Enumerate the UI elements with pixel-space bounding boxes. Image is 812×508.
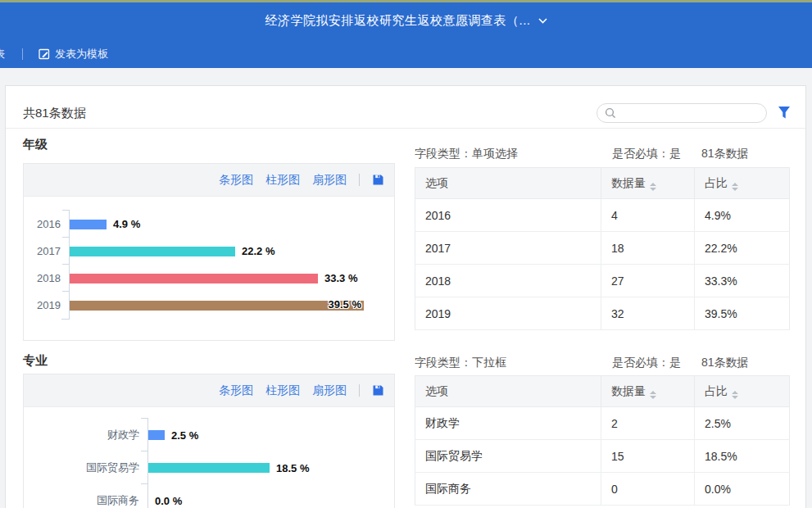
section-title-grade: 年级: [23, 137, 48, 152]
chart-bar[interactable]: 39.5 %: [70, 301, 364, 311]
chart-value-label: 18.5 %: [276, 462, 309, 474]
tab-divider: [359, 174, 360, 186]
sort-icon[interactable]: [732, 391, 738, 399]
sort-icon[interactable]: [650, 391, 656, 399]
chart-category-label: 2018: [24, 272, 69, 284]
table-row: 财政学 2 2.5%: [415, 407, 790, 440]
section-title-major: 专业: [23, 353, 48, 369]
publish-template-icon: [39, 48, 50, 60]
tab-pie-chart[interactable]: 扇形图: [312, 173, 347, 188]
page-title: 经济学院拟安排返校研究生返校意愿调查表（...: [265, 13, 530, 29]
chart-value-label: 39.5 %: [329, 298, 361, 311]
chart-bar-row: 国际商务0.0 %: [24, 484, 384, 508]
tab-column-chart[interactable]: 柱形图: [265, 173, 300, 188]
col-percent: 占比: [695, 376, 790, 407]
search-box[interactable]: [597, 103, 767, 123]
required-label: 是否必填：是: [612, 147, 681, 161]
tab-column-chart[interactable]: 柱形图: [265, 383, 300, 398]
stats-table-grade: 选项 数据量 占比 2016 4 4.9% 2017 18 22.2% 2018…: [415, 167, 790, 330]
chart-bar-row: 201833.3 %: [24, 265, 384, 292]
count-label: 81条数据: [701, 356, 749, 370]
stats-table-major: 选项 数据量 占比 财政学 2 2.5% 国际贸易学 15 18.5% 国际商务…: [415, 375, 790, 506]
chart-bar[interactable]: [148, 463, 270, 473]
save-chart-icon[interactable]: [372, 384, 384, 397]
chart-bar[interactable]: [70, 274, 318, 283]
header-divider: [6, 128, 806, 129]
filter-icon[interactable]: [778, 106, 791, 120]
chart-type-tabs: 条形图 柱形图 扇形图: [24, 164, 394, 197]
bar-chart-grade: 20164.9 %201722.2 %201833.3 %201939.5 %: [24, 197, 394, 320]
col-option: 选项: [415, 168, 601, 199]
table-header-row: 选项 数据量 占比: [415, 376, 790, 407]
chart-bar-row: 国际贸易学18.5 %: [24, 451, 384, 484]
table-header-row: 选项 数据量 占比: [415, 168, 790, 199]
col-count: 数据量: [601, 168, 695, 199]
chart-category-label: 2019: [24, 299, 69, 311]
field-type-label: 字段类型：下拉框: [415, 356, 506, 370]
chart-bar-row: 财政学2.5 %: [24, 419, 384, 451]
publish-template-label: 发表为模板: [55, 47, 108, 61]
toolbar-divider: [22, 48, 23, 60]
search-input[interactable]: [621, 106, 766, 120]
sort-icon[interactable]: [650, 183, 656, 191]
publish-as-template-button[interactable]: 发表为模板: [39, 47, 108, 61]
table-row: 国际贸易学 15 18.5%: [415, 440, 790, 473]
chevron-down-icon[interactable]: [538, 18, 547, 24]
field-type-label: 字段类型：单项选择: [415, 147, 518, 161]
chart-panel-grade: 条形图 柱形图 扇形图 20164.9 %201722.2 %201833.3 …: [23, 163, 395, 341]
chart-bar[interactable]: [148, 430, 165, 440]
save-chart-icon[interactable]: [372, 174, 384, 186]
chart-value-label: 4.9 %: [113, 218, 140, 230]
tab-divider: [359, 384, 360, 397]
chart-panel-major: 条形图 柱形图 扇形图 财政学2.5 %国际贸易学18.5 %国际商务0.0 %: [23, 374, 395, 508]
required-label: 是否必填：是: [612, 356, 681, 370]
table-row: 2019 32 39.5%: [415, 297, 790, 330]
chart-value-label: 0.0 %: [155, 495, 182, 507]
content-card: 共81条数据 年级 条形图 柱形图 扇形图 20164.9 %201722.2: [5, 85, 806, 508]
chart-category-label: 2017: [24, 245, 69, 257]
chart-value-label: 22.2 %: [242, 245, 274, 257]
chart-category-label: 国际贸易学: [24, 460, 147, 475]
chart-value-label: 2.5 %: [171, 429, 198, 442]
table-row: 2016 4 4.9%: [415, 199, 790, 232]
search-icon: [605, 107, 616, 119]
col-count: 数据量: [601, 376, 695, 407]
chart-bar-row: 20164.9 %: [24, 211, 384, 238]
table-row: 2017 18 22.2%: [415, 232, 790, 265]
sort-icon[interactable]: [732, 183, 738, 191]
chart-value-label: 33.3 %: [324, 272, 357, 284]
chart-bar-row: 201722.2 %: [24, 238, 384, 265]
chart-bar[interactable]: [70, 247, 235, 256]
col-option: 选项: [415, 376, 601, 407]
screen: 经济学院拟安排返校研究生返校意愿调查表（... 表 发表为模板 共81条数据: [0, 0, 812, 508]
chart-bar[interactable]: [70, 220, 107, 229]
header-toolbar: 表 发表为模板: [0, 39, 812, 68]
tab-pie-chart[interactable]: 扇形图: [312, 383, 347, 398]
chart-bar-row: 201939.5 %: [24, 292, 384, 319]
count-label: 81条数据: [701, 147, 749, 161]
chart-axis-end-tick: [61, 319, 70, 320]
table-row: 2018 27 33.3%: [415, 265, 790, 297]
chart-category-label: 财政学: [24, 428, 147, 442]
title-bar: 经济学院拟安排返校研究生返校意愿调查表（...: [0, 2, 812, 39]
toolbar-item-partial[interactable]: 表: [0, 47, 5, 61]
bar-chart-major: 财政学2.5 %国际贸易学18.5 %国际商务0.0 %: [24, 407, 394, 508]
tab-bar-chart[interactable]: 条形图: [219, 173, 253, 188]
tab-bar-chart[interactable]: 条形图: [219, 383, 253, 398]
chart-category-label: 国际商务: [24, 493, 147, 508]
total-count-label: 共81条数据: [23, 106, 86, 121]
chart-category-label: 2016: [24, 218, 69, 230]
app-header: 经济学院拟安排返校研究生返校意愿调查表（... 表 发表为模板: [0, 2, 812, 68]
chart-type-tabs: 条形图 柱形图 扇形图: [24, 374, 394, 407]
table-row: 国际商务 0 0.0%: [415, 473, 790, 506]
col-percent: 占比: [695, 168, 790, 199]
